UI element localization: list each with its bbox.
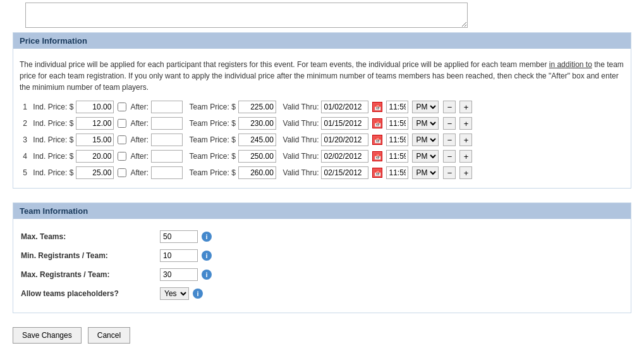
ind-price-input-5[interactable] — [76, 166, 114, 179]
minus-btn-4[interactable]: − — [443, 150, 456, 163]
calendar-icon-3[interactable]: 📅 — [372, 135, 382, 145]
time-input-4[interactable] — [386, 150, 408, 163]
ampm-select-1[interactable]: PMAM — [412, 101, 439, 113]
after-checkbox-5[interactable] — [118, 168, 126, 177]
price-row-3: 3 Ind. Price: $ After: Team Price: $ Val… — [20, 134, 624, 146]
ampm-select-3[interactable]: PMAM — [412, 134, 439, 146]
calendar-icon-5[interactable]: 📅 — [372, 168, 382, 178]
top-textarea[interactable] — [25, 3, 468, 28]
team-row-min-reg: Min. Registrants / Team: i — [21, 249, 623, 262]
team-section: Team Information Max. Teams: i Min. Regi… — [13, 202, 631, 313]
after-label-2: After: — [130, 119, 149, 128]
plus-btn-2[interactable]: + — [459, 117, 472, 130]
price-row-1: 1 Ind. Price: $ After: Team Price: $ Val… — [20, 101, 624, 113]
calendar-icon-1[interactable]: 📅 — [372, 102, 382, 112]
ind-price-input-3[interactable] — [76, 134, 114, 146]
placeholders-info-icon[interactable]: i — [193, 289, 203, 299]
minus-btn-5[interactable]: − — [443, 166, 456, 179]
team-price-label-3: Team Price: $ — [185, 135, 236, 144]
minus-btn-2[interactable]: − — [443, 117, 456, 130]
after-label-4: After: — [130, 152, 149, 161]
team-price-input-4[interactable] — [238, 150, 276, 163]
time-input-3[interactable] — [386, 134, 408, 146]
page-wrapper: Price Information The individual price w… — [0, 0, 644, 348]
row-num-4: 4 — [20, 152, 27, 161]
save-button[interactable]: Save Changes — [13, 327, 82, 344]
max-reg-input[interactable] — [160, 268, 198, 281]
row-num-5: 5 — [20, 168, 27, 177]
team-price-label-5: Team Price: $ — [185, 168, 236, 177]
plus-btn-5[interactable]: + — [459, 166, 472, 179]
price-section-desc: The individual price will be applied for… — [13, 54, 631, 98]
min-reg-info-icon[interactable]: i — [202, 251, 212, 261]
ampm-select-5[interactable]: PMAM — [412, 166, 439, 179]
row-num-1: 1 — [20, 103, 27, 111]
team-price-input-1[interactable] — [238, 101, 276, 113]
ind-price-label-4: Ind. Price: $ — [31, 152, 73, 161]
max-reg-label: Max. Registrants / Team: — [21, 270, 160, 279]
valid-thru-input-1[interactable] — [321, 101, 368, 113]
team-price-label-1: Team Price: $ — [185, 103, 236, 111]
ampm-select-2[interactable]: PMAM — [412, 117, 439, 130]
price-section-title: Price Information — [20, 36, 87, 46]
max-teams-info-icon[interactable]: i — [202, 232, 212, 242]
after-input-4[interactable] — [151, 150, 183, 163]
plus-btn-3[interactable]: + — [459, 134, 472, 146]
minus-btn-3[interactable]: − — [443, 134, 456, 146]
team-price-label-4: Team Price: $ — [185, 152, 236, 161]
price-row-5: 5 Ind. Price: $ After: Team Price: $ Val… — [20, 166, 624, 179]
team-price-input-2[interactable] — [238, 117, 276, 130]
after-input-2[interactable] — [151, 117, 183, 130]
ind-price-input-4[interactable] — [76, 150, 114, 163]
valid-thru-input-3[interactable] — [321, 134, 368, 146]
max-reg-info-icon[interactable]: i — [202, 270, 212, 280]
calendar-icon-2[interactable]: 📅 — [372, 118, 382, 128]
after-checkbox-2[interactable] — [118, 119, 126, 128]
after-checkbox-4[interactable] — [118, 152, 126, 161]
team-price-label-2: Team Price: $ — [185, 119, 236, 128]
team-row-placeholders: Allow teams placeholders? Yes No i — [21, 287, 623, 300]
team-row-max-teams: Max. Teams: i — [21, 230, 623, 243]
team-price-input-3[interactable] — [238, 134, 276, 146]
calendar-icon-4[interactable]: 📅 — [372, 151, 382, 161]
ind-price-label-3: Ind. Price: $ — [31, 135, 73, 144]
min-reg-label: Min. Registrants / Team: — [21, 251, 160, 260]
after-checkbox-3[interactable] — [118, 135, 126, 144]
team-row-max-reg: Max. Registrants / Team: i — [21, 268, 623, 281]
valid-thru-input-4[interactable] — [321, 150, 368, 163]
team-price-input-5[interactable] — [238, 166, 276, 179]
after-label-1: After: — [130, 103, 149, 111]
valid-thru-label-3: Valid Thru: — [279, 135, 319, 144]
row-num-2: 2 — [20, 119, 27, 128]
cancel-button[interactable]: Cancel — [88, 327, 130, 344]
valid-thru-label-2: Valid Thru: — [279, 119, 319, 128]
valid-thru-input-2[interactable] — [321, 117, 368, 130]
minus-btn-1[interactable]: − — [443, 101, 456, 113]
ampm-select-4[interactable]: PMAM — [412, 150, 439, 163]
after-input-5[interactable] — [151, 166, 183, 179]
ind-price-label-2: Ind. Price: $ — [31, 119, 73, 128]
ind-price-label-5: Ind. Price: $ — [31, 168, 73, 177]
time-input-1[interactable] — [386, 101, 408, 113]
after-label-5: After: — [130, 168, 149, 177]
after-checkbox-1[interactable] — [118, 103, 126, 111]
top-textarea-area — [0, 0, 644, 32]
ind-price-input-2[interactable] — [76, 117, 114, 130]
min-reg-input[interactable] — [160, 249, 198, 262]
price-row-2: 2 Ind. Price: $ After: Team Price: $ Val… — [20, 117, 624, 130]
valid-thru-input-5[interactable] — [321, 166, 368, 179]
time-input-2[interactable] — [386, 117, 408, 130]
plus-btn-1[interactable]: + — [459, 101, 472, 113]
max-teams-label: Max. Teams: — [21, 232, 160, 241]
time-input-5[interactable] — [386, 166, 408, 179]
after-input-1[interactable] — [151, 101, 183, 113]
ind-price-input-1[interactable] — [76, 101, 114, 113]
placeholders-label: Allow teams placeholders? — [21, 289, 160, 298]
max-teams-input[interactable] — [160, 230, 198, 243]
team-section-title: Team Information — [20, 206, 88, 216]
after-input-3[interactable] — [151, 134, 183, 146]
valid-thru-label-1: Valid Thru: — [279, 103, 319, 111]
placeholders-select[interactable]: Yes No — [160, 287, 189, 300]
valid-thru-label-4: Valid Thru: — [279, 152, 319, 161]
plus-btn-4[interactable]: + — [459, 150, 472, 163]
